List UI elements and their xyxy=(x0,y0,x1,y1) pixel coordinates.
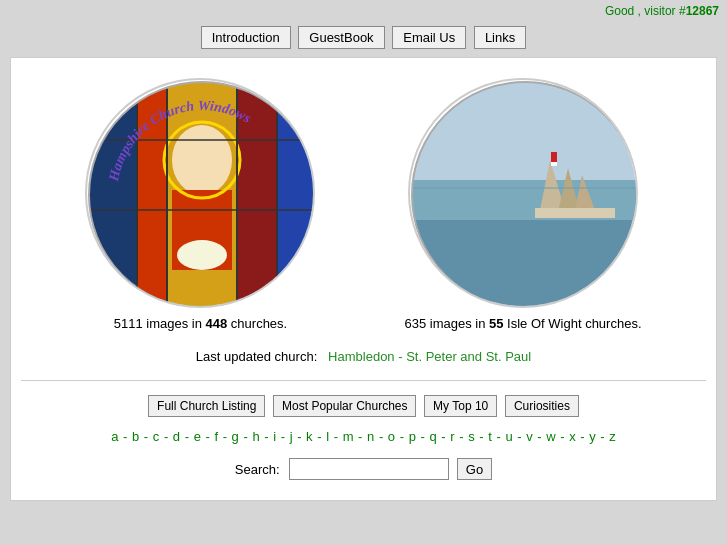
alpha-link-h[interactable]: h xyxy=(252,429,259,444)
left-caption: 5111 images in 448 churches. xyxy=(114,316,287,331)
alpha-link-s[interactable]: s xyxy=(468,429,475,444)
alpha-link-e[interactable]: e xyxy=(194,429,201,444)
alpha-link-q[interactable]: q xyxy=(429,429,436,444)
alpha-link-j[interactable]: j xyxy=(290,429,293,444)
svg-rect-2 xyxy=(87,80,137,308)
alpha-link-v[interactable]: v xyxy=(526,429,533,444)
alpha-link-l[interactable]: l xyxy=(326,429,329,444)
alpha-link-c[interactable]: c xyxy=(153,429,160,444)
alpha-links: a - b - c - d - e - f - g - h - i - j - … xyxy=(110,429,617,444)
go-button[interactable]: Go xyxy=(457,458,492,480)
alpha-link-p[interactable]: p xyxy=(409,429,416,444)
last-updated-church-link[interactable]: Hambledon - St. Peter and St. Paul xyxy=(324,349,531,364)
curiosities-button[interactable]: Curiosities xyxy=(505,395,579,417)
top-nav: Introduction GuestBook Email Us Links xyxy=(0,22,727,57)
alpha-link-o[interactable]: o xyxy=(388,429,395,444)
alpha-link-b[interactable]: b xyxy=(132,429,139,444)
alpha-nav: a - b - c - d - e - f - g - h - i - j - … xyxy=(21,423,706,450)
search-label: Search: xyxy=(235,462,280,477)
alpha-link-g[interactable]: g xyxy=(232,429,239,444)
right-image-container: 635 images in 55 Isle Of Wight churches. xyxy=(404,78,641,331)
alpha-link-a[interactable]: a xyxy=(111,429,118,444)
svg-point-7 xyxy=(172,125,232,195)
left-image-container: Hampshire Church Windows 5111 images in … xyxy=(85,78,315,331)
nav-introduction[interactable]: Introduction xyxy=(201,26,291,49)
nav-email[interactable]: Email Us xyxy=(392,26,466,49)
svg-rect-6 xyxy=(277,80,315,308)
svg-rect-28 xyxy=(535,208,615,218)
hampshire-church-image: Hampshire Church Windows xyxy=(85,78,315,308)
nav-guestbook[interactable]: GuestBook xyxy=(298,26,384,49)
alpha-link-w[interactable]: w xyxy=(546,429,555,444)
images-row: Hampshire Church Windows 5111 images in … xyxy=(21,68,706,341)
right-caption: 635 images in 55 Isle Of Wight churches. xyxy=(404,316,641,331)
alpha-link-z[interactable]: z xyxy=(609,429,616,444)
svg-point-10 xyxy=(177,240,227,270)
visitor-text: Good , visitor #12867 xyxy=(605,4,719,18)
visitor-bar: Good , visitor #12867 xyxy=(0,0,727,22)
divider xyxy=(21,380,706,381)
alpha-link-t[interactable]: t xyxy=(488,429,492,444)
alpha-link-n[interactable]: n xyxy=(367,429,374,444)
full-listing-button[interactable]: Full Church Listing xyxy=(148,395,265,417)
alpha-link-i[interactable]: i xyxy=(273,429,276,444)
svg-rect-27 xyxy=(551,162,557,166)
alpha-link-m[interactable]: m xyxy=(343,429,354,444)
top10-button[interactable]: My Top 10 xyxy=(424,395,497,417)
alpha-link-u[interactable]: u xyxy=(505,429,512,444)
isle-of-wight-image xyxy=(408,78,638,308)
most-popular-button[interactable]: Most Popular Churches xyxy=(273,395,416,417)
alpha-link-y[interactable]: y xyxy=(589,429,596,444)
alpha-link-x[interactable]: x xyxy=(569,429,576,444)
last-updated: Last updated church: Hambledon - St. Pet… xyxy=(21,341,706,372)
search-input[interactable] xyxy=(289,458,449,480)
nav-links[interactable]: Links xyxy=(474,26,526,49)
search-row: Search: Go xyxy=(21,450,706,490)
alpha-link-d[interactable]: d xyxy=(173,429,180,444)
alpha-link-k[interactable]: k xyxy=(306,429,313,444)
alpha-link-f[interactable]: f xyxy=(214,429,218,444)
alpha-link-r[interactable]: r xyxy=(450,429,454,444)
svg-rect-20 xyxy=(410,80,638,195)
main-content: Hampshire Church Windows 5111 images in … xyxy=(10,57,717,501)
bottom-nav: Full Church Listing Most Popular Churche… xyxy=(21,389,706,423)
